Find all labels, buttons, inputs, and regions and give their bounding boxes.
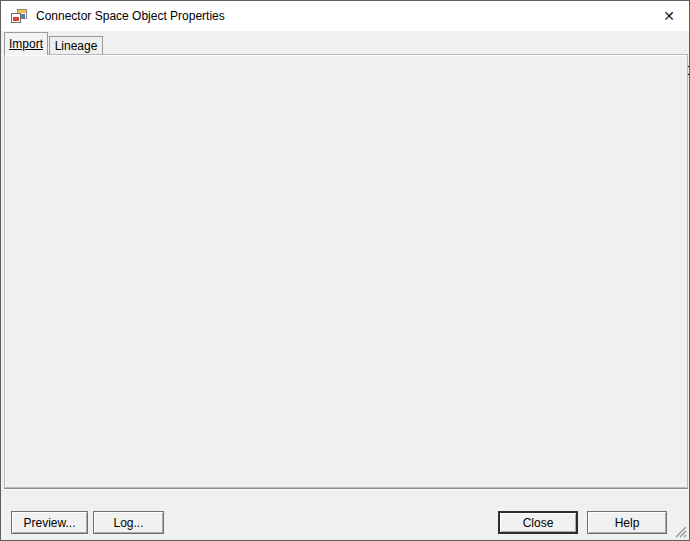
app-icon — [11, 8, 27, 24]
tab-page-import — [4, 54, 688, 488]
close-icon[interactable]: ✕ — [654, 1, 684, 31]
dialog-window: Connector Space Object Properties ✕ Impo… — [0, 0, 690, 541]
tab-strip: Import Lineage — [1, 31, 689, 55]
tab-import-label: Import — [9, 37, 43, 51]
title-bar: Connector Space Object Properties ✕ — [1, 1, 689, 31]
log-button[interactable]: Log... — [93, 511, 164, 534]
close-button[interactable]: Close — [498, 511, 578, 534]
window-title: Connector Space Object Properties — [36, 9, 225, 23]
preview-button[interactable]: Preview... — [11, 511, 88, 534]
tab-lineage-label: Lineage — [55, 39, 98, 53]
tab-lineage[interactable]: Lineage — [49, 36, 103, 55]
resize-grip-icon[interactable] — [673, 524, 687, 538]
help-button[interactable]: Help — [587, 511, 667, 534]
tab-import[interactable]: Import — [4, 32, 48, 55]
